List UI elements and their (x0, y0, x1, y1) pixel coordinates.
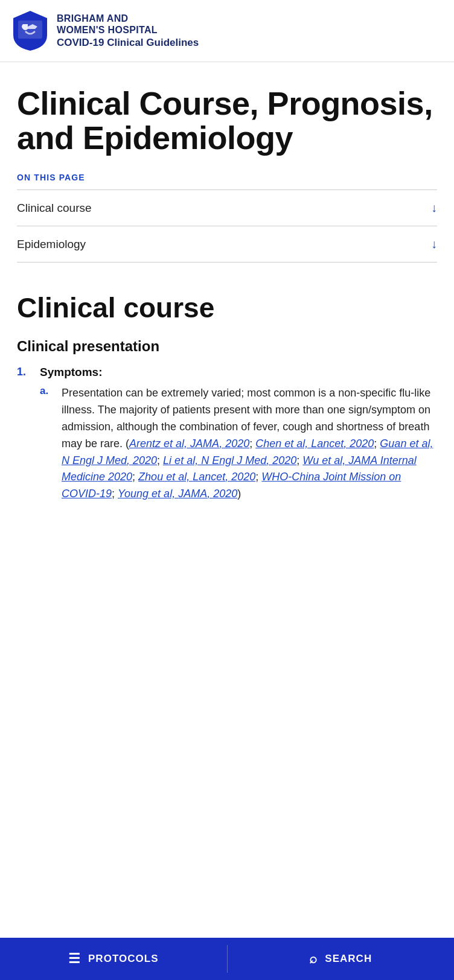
site-header: BRIGHAM AND WOMEN'S HOSPITAL COVID-19 Cl… (0, 0, 454, 62)
alpha-item-a-text: Presentation can be extremely varied; mo… (62, 385, 437, 503)
on-this-page-nav: ON THIS PAGE Clinical course ↓ Epidemiol… (0, 173, 454, 275)
ref-chen[interactable]: Chen et al, Lancet, 2020 (255, 438, 374, 450)
num-label-1: 1. (17, 366, 34, 509)
bottom-spacer (0, 516, 454, 564)
nav-item-epidemiology-arrow: ↓ (431, 237, 437, 251)
search-icon: ⌕ (309, 952, 318, 966)
bottom-nav-bar: ☰ PROTOCOLS ⌕ SEARCH (0, 938, 454, 980)
alpha-list-item-a: a. Presentation can be extremely varied;… (40, 385, 437, 503)
ref-young[interactable]: Young et al, JAMA, 2020 (118, 488, 237, 500)
nav-item-clinical-course[interactable]: Clinical course ↓ (17, 190, 437, 226)
header-text: BRIGHAM AND WOMEN'S HOSPITAL COVID-19 Cl… (57, 13, 199, 49)
symptoms-numbered-list: 1. Symptoms: a. Presentation can be extr… (17, 366, 437, 509)
on-this-page-label: ON THIS PAGE (17, 173, 437, 182)
nav-item-clinical-course-label: Clinical course (17, 202, 92, 215)
symptoms-label: Symptoms: (40, 366, 102, 378)
clinical-course-section: Clinical course Clinical presentation 1.… (0, 275, 454, 509)
nav-item-clinical-course-arrow: ↓ (431, 201, 437, 215)
logo: BRIGHAM AND WOMEN'S HOSPITAL COVID-19 Cl… (12, 10, 199, 52)
bwh-shield-icon (12, 10, 48, 52)
ref-arentz[interactable]: Arentz et al, JAMA, 2020 (129, 438, 249, 450)
nav-item-epidemiology[interactable]: Epidemiology ↓ (17, 226, 437, 262)
ref-li[interactable]: Li et al, N Engl J Med, 2020 (163, 454, 296, 466)
protocols-button[interactable]: ☰ PROTOCOLS (0, 938, 227, 980)
clinical-presentation-heading: Clinical presentation (17, 338, 437, 355)
institution-name: BRIGHAM AND WOMEN'S HOSPITAL (57, 13, 199, 36)
protocols-label: PROTOCOLS (88, 953, 159, 965)
symptoms-alpha-list: a. Presentation can be extremely varied;… (40, 385, 437, 503)
search-button[interactable]: ⌕ SEARCH (228, 938, 455, 980)
numbered-list-item-symptoms: 1. Symptoms: a. Presentation can be extr… (17, 366, 437, 509)
svg-rect-0 (18, 21, 42, 39)
clinical-course-heading: Clinical course (17, 293, 437, 323)
page-title-section: Clinical Course, Prognosis, and Epidemio… (0, 62, 454, 173)
nav-item-epidemiology-label: Epidemiology (17, 238, 86, 251)
page-title: Clinical Course, Prognosis, and Epidemio… (17, 86, 437, 154)
alpha-label-a: a. (40, 385, 56, 503)
ref-zhou[interactable]: Zhou et al, Lancet, 2020 (138, 471, 255, 483)
header-subtitle: COVID-19 Clinical Guidelines (57, 37, 199, 49)
menu-icon: ☰ (68, 952, 81, 966)
search-label: SEARCH (325, 953, 372, 965)
